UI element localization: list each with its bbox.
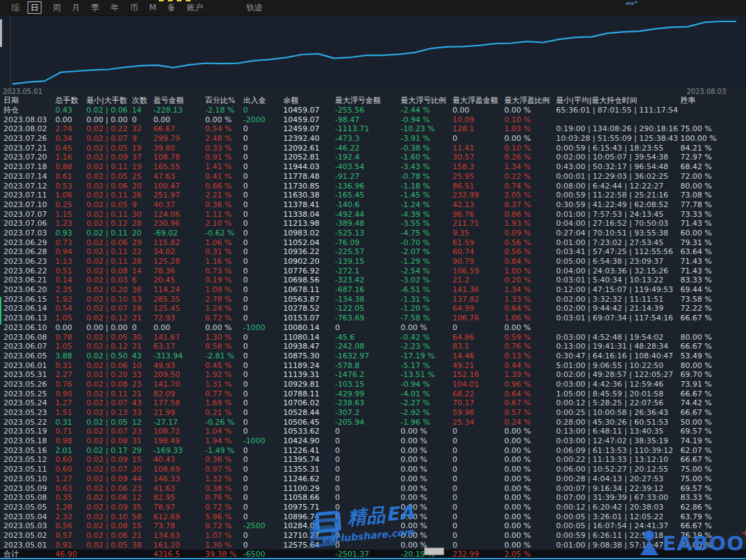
table-row[interactable]: 2023.07.180.880.02 | 0.1119165.551.41 %0… xyxy=(0,162,746,172)
table-row[interactable]: 2023.07.260.340.02 | 0.079299.792.48 %01… xyxy=(0,134,746,144)
column-header[interactable]: 最大浮盈比例 xyxy=(504,96,556,106)
table-row[interactable]: 2023.05.042.320.02 | 0.1058612.695.96 %0… xyxy=(0,512,746,522)
table-row[interactable]: 2023.05.220.310.02 | 0.0512-27.17-0.26 %… xyxy=(0,418,746,427)
table-row[interactable]: 2023.05.120.600.02 | 0.091540.430.36 %01… xyxy=(0,455,746,465)
table-row[interactable]: 2023.05.241.270.02 | 0.0743177.581.69 %0… xyxy=(0,398,746,408)
cell-maxfppct: 0.10 % xyxy=(504,115,556,125)
table-row[interactable]: 2023.07.030.930.02 | 0.1120-69.02-0.62 %… xyxy=(0,229,746,238)
table-row[interactable]: 2023.06.071.050.02 | 0.122163.170.58 %01… xyxy=(0,342,746,351)
table-row[interactable]: 2023.07.140.610.02 | 0.052547.630.41 %01… xyxy=(0,172,746,182)
column-header[interactable]: 胜率 xyxy=(680,96,743,106)
column-header[interactable]: 盈亏金额 xyxy=(153,96,205,106)
cell-maxdd: -46.22 xyxy=(335,144,401,153)
menu-item-M[interactable]: M xyxy=(149,2,156,13)
table-row[interactable]: 2023.06.231.130.02 | 0.1128125.281.16 %0… xyxy=(0,257,746,267)
cell-lots: 1.05 xyxy=(55,313,86,323)
table-row[interactable]: 2023.07.120.530.02 | 0.0620100.470.86 %0… xyxy=(0,182,746,191)
table-row[interactable]: 2023.05.051.280.02 | 0.093578.970.72 %01… xyxy=(0,503,746,512)
cell-lots: 0.51 xyxy=(55,267,86,276)
menu-item-月[interactable]: 月 xyxy=(72,2,80,13)
menu-item-备[interactable]: 备 xyxy=(167,2,175,13)
cell-maxddpct: -4.39 % xyxy=(401,210,452,220)
column-header[interactable]: 最小|平均|最大持仓时间 xyxy=(556,96,680,106)
cell-pct: 1.92 % xyxy=(205,370,243,380)
cell-maxdd: 0 xyxy=(335,446,401,456)
table-row[interactable]: 2023.06.280.940.02 | 0.112234.020.31 %01… xyxy=(0,247,746,257)
cell-pct: 0.45 % xyxy=(205,361,243,371)
table-row[interactable]: 2023.05.180.980.02 | 0.0831198.491.94 %-… xyxy=(0,436,746,446)
cell-maxfppct: 0.00 % xyxy=(504,474,556,484)
table-row[interactable]: 2023.07.071.150.02 | 0.1130124.061.11 %0… xyxy=(0,210,746,220)
column-header[interactable]: 最大浮亏金额 xyxy=(335,96,401,106)
table-row[interactable]: 2023.06.010.310.02 | 0.061049.930.45 %01… xyxy=(0,361,746,371)
menu-item-综[interactable]: 综 xyxy=(11,2,19,13)
table-row[interactable]: 2023.05.080.350.02 | 0.061282.950.76 %01… xyxy=(0,493,746,503)
column-header[interactable]: 最大浮盈金额 xyxy=(452,96,504,106)
table-row[interactable]: 2023.07.100.250.02 | 0.05940.370.36 %011… xyxy=(0,200,746,210)
table-row[interactable]: 2023.06.100.000.00 | 0.0000.000.00 %-100… xyxy=(0,323,746,333)
table-row[interactable]: 2023.05.312.270.02 | 0.2033209.501.92 %0… xyxy=(0,370,746,380)
table-row[interactable]: 2023.05.231.510.02 | 0.133321.990.21 %01… xyxy=(0,408,746,418)
cell-balance: 10153.07 xyxy=(283,313,335,323)
table-row[interactable]: 2023.05.020.570.02 | 0.0621134.631.07 %0… xyxy=(0,531,746,541)
cell-balance: 11058.66 xyxy=(283,493,335,503)
table-row[interactable]: 2023.06.131.050.02 | 0.122172.930.72 %01… xyxy=(0,313,746,323)
cell-count: 20 xyxy=(132,229,153,238)
table-row[interactable]: 2023.08.030.000.00 | 0.0000.000.00 %-200… xyxy=(0,115,746,125)
cell-maxdd: -225.57 xyxy=(335,247,401,257)
column-header[interactable]: 最小|大手数 xyxy=(86,96,132,106)
cell-maxddpct: -0.94 % xyxy=(401,115,452,125)
column-header[interactable]: 余额 xyxy=(283,96,335,106)
table-row[interactable]: 2023.08.022.740.02 | 0.223266.670.54 %01… xyxy=(0,124,746,134)
table-row[interactable]: 2023.06.140.540.02 | 0.0718125.451.24 %0… xyxy=(0,304,746,313)
table-row[interactable]: 2023.07.061.230.02 | 0.1228230.962.10 %0… xyxy=(0,219,746,229)
cell-winrate: 75.00 % xyxy=(680,465,743,474)
menu-item-日[interactable]: 日 xyxy=(28,1,41,14)
cell-pct: 1.94 % xyxy=(205,436,243,446)
table-row[interactable]: 2023.06.290.730.02 | 0.0629115.821.06 %0… xyxy=(0,238,746,248)
table-row[interactable]: 2023.05.190.710.02 | 0.0723108.721.04 %0… xyxy=(0,427,746,436)
cell-maxdd: -140.6 xyxy=(335,200,401,210)
table-row[interactable]: 2023.05.090.630.02 | 0.062341.630.38 %01… xyxy=(0,484,746,494)
menu-item-账户[interactable]: 账户 xyxy=(186,2,203,13)
cell-balance: 12710.27 xyxy=(283,531,335,541)
cell-winrate: 69.70 % xyxy=(680,370,743,380)
table-row[interactable]: 2023.05.162.010.02 | 0.1729-169.33-1.49 … xyxy=(0,446,746,456)
menu-item-年[interactable]: 年 xyxy=(111,2,119,13)
cell-minmax: 0.02 | 0.07 xyxy=(86,427,132,436)
cell-inout: 0 xyxy=(243,503,283,512)
table-row[interactable]: 2023.06.151.920.02 | 0.1053285.352.78 %0… xyxy=(0,295,746,305)
table-row[interactable]: 2023.05.110.600.02 | 0.0720108.690.97 %0… xyxy=(0,465,746,474)
table-row[interactable]: 2023.06.080.780.02 | 0.0530141.671.30 %0… xyxy=(0,333,746,342)
column-header[interactable]: 日期 xyxy=(0,96,55,106)
open-positions-row[interactable]: 持仓0.430.02 | 0.0614-228.13-2.18 %010459.… xyxy=(0,106,746,115)
column-header[interactable]: 百分比% xyxy=(205,96,243,106)
column-header[interactable]: 总手数 xyxy=(55,96,86,106)
menu-item-币[interactable]: 币 xyxy=(130,2,138,13)
table-row[interactable]: 2023.06.202.350.02 | 0.2036114.241.08 %0… xyxy=(0,285,746,295)
table-row[interactable]: 2023.06.210.140.02 | 0.03620.450.19 %010… xyxy=(0,276,746,285)
table-row[interactable]: 2023.06.220.510.02 | 0.081478.360.73 %01… xyxy=(0,267,746,276)
column-header[interactable]: 最大浮亏比例 xyxy=(401,96,452,106)
table-row[interactable]: 2023.05.101.270.02 | 0.0944146.331.32 %0… xyxy=(0,474,746,484)
cell-balance: 11338.04 xyxy=(283,210,335,220)
table-row[interactable]: 2023.05.260.760.02 | 0.0823141.701.31 %0… xyxy=(0,380,746,389)
table-row[interactable]: 2023.06.053.880.02 | 0.5043-313.94-2.81 … xyxy=(0,351,746,361)
table-row[interactable]: 2023.07.201.160.02 | 0.0937108.780.91 %0… xyxy=(0,153,746,162)
column-header[interactable]: 出入金 xyxy=(243,96,283,106)
cell-maxfp: 64.86 xyxy=(452,333,504,342)
cell-winrate: 75.00 % xyxy=(680,474,743,484)
table-row[interactable]: 2023.05.030.560.02 | 0.081573.780.72 %-2… xyxy=(0,521,746,531)
cell-pnl: -313.94 xyxy=(153,351,205,361)
menu-item-季[interactable]: 季 xyxy=(91,2,99,13)
menu-item-周[interactable]: 周 xyxy=(52,2,61,13)
menu-item-轨迹[interactable]: 轨迹 xyxy=(246,2,262,13)
column-header[interactable]: 次数 xyxy=(132,96,153,106)
table-row[interactable]: 2023.05.250.900.02 | 0.112182.090.77 %01… xyxy=(0,389,746,399)
cell-maxdd: -429.99 xyxy=(335,389,401,399)
table-row[interactable]: 2023.07.210.450.02 | 0.051939.800.33 %01… xyxy=(0,144,746,153)
cell-count: 23 xyxy=(132,427,153,436)
cell-balance: 11630.38 xyxy=(283,191,335,200)
table-row[interactable]: 2023.07.111.060.02 | 0.1126251.972.21 %0… xyxy=(0,191,746,200)
table-row[interactable]: 2023.05.010.910.02 | 0.0538161.201.30 %0… xyxy=(0,541,746,550)
